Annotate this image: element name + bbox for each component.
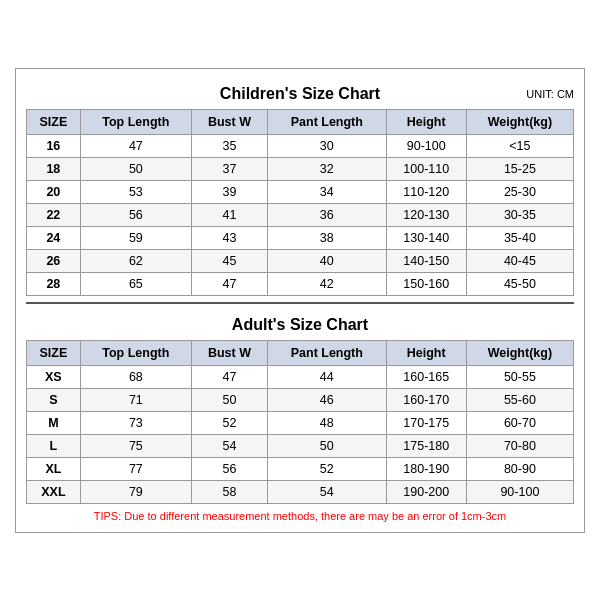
table-cell: 56 — [80, 203, 191, 226]
table-cell: 54 — [267, 480, 386, 503]
table-cell: 34 — [267, 180, 386, 203]
unit-label: UNIT: CM — [526, 88, 574, 100]
table-cell: 47 — [191, 272, 267, 295]
table-row: 20533934110-12025-30 — [27, 180, 574, 203]
column-header: Weight(kg) — [466, 109, 573, 134]
table-cell: 40 — [267, 249, 386, 272]
table-cell: 50 — [191, 388, 267, 411]
table-cell: 50-55 — [466, 365, 573, 388]
table-cell: 28 — [27, 272, 81, 295]
adult-title: Adult's Size Chart — [26, 310, 574, 340]
table-cell: 80-90 — [466, 457, 573, 480]
table-cell: 24 — [27, 226, 81, 249]
section-divider — [26, 302, 574, 304]
column-header: Top Length — [80, 109, 191, 134]
table-cell: 41 — [191, 203, 267, 226]
table-cell: 70-80 — [466, 434, 573, 457]
table-cell: 130-140 — [386, 226, 466, 249]
table-cell: 59 — [80, 226, 191, 249]
table-cell: 68 — [80, 365, 191, 388]
table-row: 22564136120-13030-35 — [27, 203, 574, 226]
table-cell: 71 — [80, 388, 191, 411]
table-cell: 37 — [191, 157, 267, 180]
table-cell: XL — [27, 457, 81, 480]
table-row: 18503732100-11015-25 — [27, 157, 574, 180]
table-cell: 47 — [191, 365, 267, 388]
column-header: Height — [386, 340, 466, 365]
table-cell: 53 — [80, 180, 191, 203]
table-cell: XS — [27, 365, 81, 388]
table-cell: 15-25 — [466, 157, 573, 180]
table-cell: 30-35 — [466, 203, 573, 226]
table-cell: 77 — [80, 457, 191, 480]
column-header: Top Length — [80, 340, 191, 365]
table-cell: <15 — [466, 134, 573, 157]
table-cell: 52 — [191, 411, 267, 434]
table-cell: 46 — [267, 388, 386, 411]
column-header: Bust W — [191, 340, 267, 365]
table-row: 28654742150-16045-50 — [27, 272, 574, 295]
table-cell: 35 — [191, 134, 267, 157]
table-cell: 150-160 — [386, 272, 466, 295]
table-cell: 30 — [267, 134, 386, 157]
table-cell: 190-200 — [386, 480, 466, 503]
table-cell: 44 — [267, 365, 386, 388]
table-cell: 32 — [267, 157, 386, 180]
table-cell: 26 — [27, 249, 81, 272]
column-header: Pant Length — [267, 340, 386, 365]
table-row: M735248170-17560-70 — [27, 411, 574, 434]
table-cell: 160-165 — [386, 365, 466, 388]
table-cell: 52 — [267, 457, 386, 480]
table-cell: 47 — [80, 134, 191, 157]
table-row: XXL795854190-20090-100 — [27, 480, 574, 503]
table-cell: 160-170 — [386, 388, 466, 411]
table-cell: M — [27, 411, 81, 434]
table-row: 26624540140-15040-45 — [27, 249, 574, 272]
table-cell: 45 — [191, 249, 267, 272]
table-cell: 18 — [27, 157, 81, 180]
table-cell: XXL — [27, 480, 81, 503]
table-cell: 56 — [191, 457, 267, 480]
table-cell: 58 — [191, 480, 267, 503]
column-header: SIZE — [27, 340, 81, 365]
table-cell: 170-175 — [386, 411, 466, 434]
table-cell: 22 — [27, 203, 81, 226]
table-cell: 20 — [27, 180, 81, 203]
table-cell: 35-40 — [466, 226, 573, 249]
table-cell: 120-130 — [386, 203, 466, 226]
table-cell: 62 — [80, 249, 191, 272]
table-cell: L — [27, 434, 81, 457]
table-cell: 79 — [80, 480, 191, 503]
table-cell: 40-45 — [466, 249, 573, 272]
table-cell: 75 — [80, 434, 191, 457]
table-cell: 175-180 — [386, 434, 466, 457]
table-cell: 55-60 — [466, 388, 573, 411]
table-cell: 90-100 — [466, 480, 573, 503]
table-cell: 54 — [191, 434, 267, 457]
column-header: Weight(kg) — [466, 340, 573, 365]
table-cell: S — [27, 388, 81, 411]
table-cell: 90-100 — [386, 134, 466, 157]
table-cell: 140-150 — [386, 249, 466, 272]
column-header: Height — [386, 109, 466, 134]
size-chart-container: Children's Size Chart UNIT: CM SIZETop L… — [15, 68, 585, 533]
table-cell: 65 — [80, 272, 191, 295]
table-row: S715046160-17055-60 — [27, 388, 574, 411]
table-cell: 38 — [267, 226, 386, 249]
table-row: L755450175-18070-80 — [27, 434, 574, 457]
column-header: Bust W — [191, 109, 267, 134]
table-cell: 36 — [267, 203, 386, 226]
children-title: Children's Size Chart UNIT: CM — [26, 79, 574, 109]
table-cell: 180-190 — [386, 457, 466, 480]
table-cell: 42 — [267, 272, 386, 295]
adult-size-table: SIZETop LengthBust WPant LengthHeightWei… — [26, 340, 574, 504]
table-cell: 73 — [80, 411, 191, 434]
table-cell: 60-70 — [466, 411, 573, 434]
children-size-table: SIZETop LengthBust WPant LengthHeightWei… — [26, 109, 574, 296]
table-cell: 100-110 — [386, 157, 466, 180]
table-cell: 43 — [191, 226, 267, 249]
table-row: 1647353090-100<15 — [27, 134, 574, 157]
column-header: Pant Length — [267, 109, 386, 134]
table-cell: 110-120 — [386, 180, 466, 203]
table-row: XS684744160-16550-55 — [27, 365, 574, 388]
